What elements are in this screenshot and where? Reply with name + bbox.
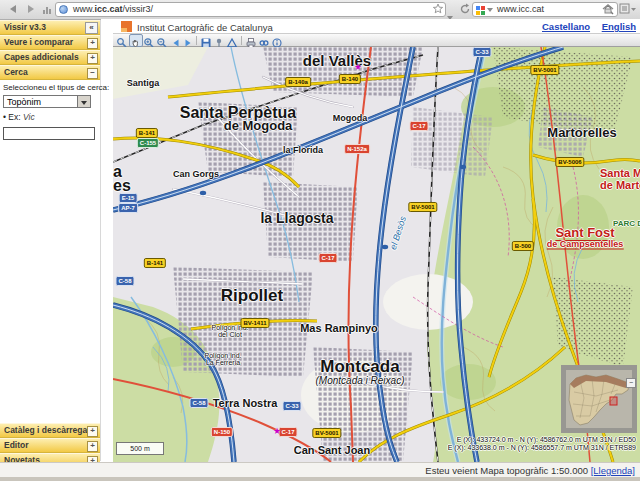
- place-label-mogoda: Mogoda: [333, 113, 368, 123]
- road-shield-b140: B-140: [339, 74, 361, 84]
- road-shield-bv5006: BV-5006: [555, 157, 584, 167]
- road-shield-bv1411: BV-1411: [240, 318, 269, 328]
- apps-menu-icon[interactable]: [619, 2, 633, 16]
- address-bar[interactable]: www.icc.cat/vissir3/: [55, 2, 446, 17]
- poi-star-icon: ★: [273, 426, 281, 436]
- panel-capes-addicionals[interactable]: Capes addicionals +: [0, 50, 100, 65]
- search-input[interactable]: [3, 127, 95, 140]
- zoom-out-icon[interactable]: [156, 35, 168, 46]
- back-icon[interactable]: [6, 2, 20, 16]
- search-type-instruction: Seleccioneu el tipus de cerca:: [3, 83, 97, 92]
- place-label-terra-nostra: Terra Nostra: [213, 397, 278, 409]
- search-type-select[interactable]: Topònim: [3, 95, 91, 108]
- search-engine-icon: [476, 6, 485, 15]
- legend-link[interactable]: [Llegenda]: [591, 465, 635, 476]
- viewing-status-text: Esteu veient Mapa topogràfic 1:50.000: [425, 465, 588, 476]
- area-label-poligon-ferreria-line2: La Ferreria: [206, 359, 240, 366]
- road-shield-n150: N-150: [211, 427, 233, 437]
- cerca-panel-body: Seleccioneu el tipus de cerca: Topònim •…: [0, 80, 100, 146]
- expand-icon[interactable]: +: [87, 426, 98, 437]
- help-icon[interactable]: [271, 35, 283, 46]
- sidebar: Vissir v3.3 « Veure i comparar + Capes a…: [0, 20, 101, 461]
- catalonia-overview-art: [566, 370, 632, 428]
- marker-icon[interactable]: [213, 35, 225, 46]
- select-dropdown-icon[interactable]: [77, 96, 90, 107]
- print-icon[interactable]: [245, 35, 257, 46]
- road-shield-c58: C-58: [115, 276, 134, 286]
- bookmark-star-icon[interactable]: [431, 2, 445, 16]
- collapse-panel-icon[interactable]: −: [87, 68, 98, 79]
- map-toolbar: [113, 33, 640, 47]
- page-header: Institut Cartogràfic de Catalunya Castel…: [101, 19, 640, 33]
- panel-veure-i-comparar[interactable]: Veure i comparar +: [0, 35, 100, 50]
- sidebar-title: Vissir v3.3 «: [0, 20, 100, 35]
- overview-map[interactable]: −: [561, 365, 637, 433]
- forward-icon[interactable]: [24, 2, 38, 16]
- town-label-montcada-i-reixac: (Montcada i Reixac): [316, 375, 405, 386]
- area-label-poligon-ferreria-line1: Polígon ind.: [205, 352, 242, 359]
- town-label-sant-fost-line2: de Campsentelles: [547, 239, 624, 250]
- road-shield-n152a: N-152a: [344, 144, 370, 154]
- place-label-santiga: Santiga: [127, 78, 160, 88]
- save-icon[interactable]: [200, 35, 212, 46]
- home-icon[interactable]: [601, 2, 615, 16]
- road-shield-c155: C-155: [137, 138, 159, 148]
- park-label-parc-de: PARC DE: [613, 219, 640, 228]
- expand-icon[interactable]: +: [87, 53, 98, 64]
- road-shield-b140a: B-140a: [285, 77, 311, 87]
- place-label-mas-rampinyo: Mas Rampinyo: [300, 322, 378, 334]
- road-shield-bv5001: BV-5001: [408, 202, 437, 212]
- poi-star-icon: ★: [354, 62, 362, 72]
- zoom-extent-icon[interactable]: [116, 35, 128, 46]
- zoom-in-icon[interactable]: [143, 35, 155, 46]
- road-shield-bv5001: BV-5001: [530, 65, 559, 75]
- road-shield-c17: C-17: [318, 253, 337, 263]
- road-shield-c17: C-17: [409, 121, 428, 131]
- browser-chrome: www.icc.cat/vissir3/ www.icc.cat: [0, 0, 640, 20]
- town-label-santa-maria-line1: Santa Maria: [600, 167, 640, 179]
- history-graph-icon[interactable]: [41, 2, 55, 16]
- url-prefix: www.: [73, 4, 95, 14]
- url-domain: icc.cat: [95, 4, 123, 14]
- road-shield-c33: C-33: [472, 47, 491, 57]
- road-shield-e15: E-15: [119, 193, 138, 203]
- panel-cerca[interactable]: Cerca −: [0, 65, 100, 80]
- engine-caret-icon[interactable]: [487, 8, 493, 12]
- town-label-santa-maria-line2: de Martorelles: [600, 179, 640, 191]
- measure-icon[interactable]: [226, 35, 238, 46]
- road-shield-b500: B-500: [512, 241, 534, 251]
- url-path: /vissir3/: [123, 4, 154, 14]
- search-example: • Ex: Vic: [3, 112, 97, 122]
- road-shield-c33: C-33: [282, 401, 301, 411]
- panel-editor[interactable]: Editor +: [0, 438, 100, 453]
- scale-bar: 500 m: [116, 442, 164, 455]
- panel-cataleg-i-descarrega[interactable]: Catàleg i descàrrega +: [0, 423, 100, 438]
- browser-window: www.icc.cat/vissir3/ www.icc.cat Institu…: [0, 0, 640, 481]
- expand-icon[interactable]: +: [87, 441, 98, 452]
- site-globe-icon: [59, 5, 68, 14]
- lang-link-castellano[interactable]: Castellano: [542, 21, 590, 32]
- search-value: www.icc.cat: [497, 4, 544, 14]
- link-icon[interactable]: [258, 35, 270, 46]
- next-view-icon[interactable]: [182, 35, 194, 46]
- overview-collapse-button[interactable]: −: [626, 378, 636, 388]
- lang-link-english[interactable]: English: [602, 21, 636, 32]
- expand-icon[interactable]: +: [87, 38, 98, 49]
- road-shield-c17: C-17: [278, 427, 297, 437]
- previous-view-icon[interactable]: [170, 35, 182, 46]
- town-label-martorelles: Martorelles: [547, 125, 616, 140]
- map-viewport[interactable]: del Vallès Santa Perpètua de Mogoda Mogo…: [113, 47, 640, 462]
- pan-icon[interactable]: [129, 34, 143, 47]
- place-label-can-sant-joan: Can Sant Joan: [294, 444, 370, 456]
- search-box[interactable]: www.icc.cat: [472, 2, 618, 17]
- reload-icon[interactable]: [458, 2, 472, 16]
- place-label-can-gorgs: Can Gorgs: [173, 169, 219, 179]
- sidebar-collapse-button[interactable]: «: [85, 22, 98, 34]
- road-shield-c58: C-58: [189, 398, 208, 408]
- coordinates-etrs89: E (X): 433638.0 m - N (Y): 4586557.7 m U…: [448, 444, 636, 451]
- town-label-la-llagosta: la Llagosta: [260, 210, 333, 226]
- org-title: Institut Cartogràfic de Catalunya: [137, 22, 273, 33]
- road-shield-ap7: AP-7: [118, 203, 138, 213]
- coordinates-ed50: E (X): 433724.0 m - N (Y): 4586762.0 m U…: [457, 436, 636, 443]
- area-label-poligon-clot-line2: del Clot: [218, 331, 242, 338]
